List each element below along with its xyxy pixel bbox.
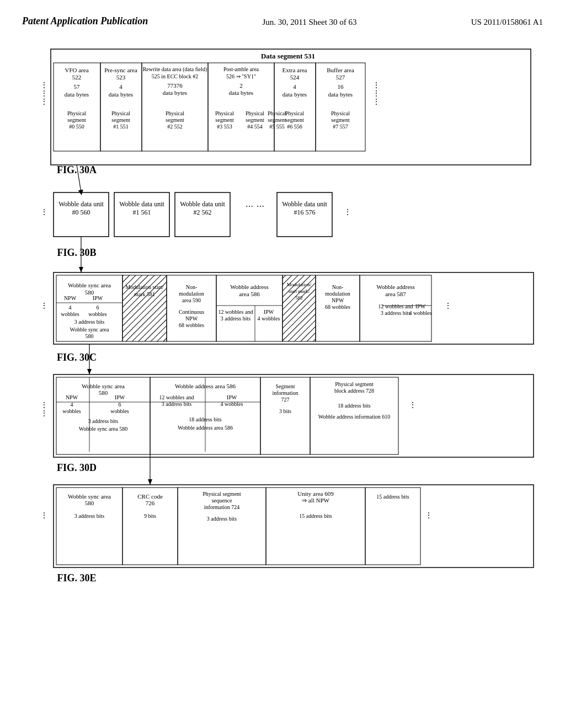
- svg-text:Rewrite data area (data field): Rewrite data area (data field): [143, 66, 207, 73]
- svg-text:Wobble data unit: Wobble data unit: [58, 200, 104, 208]
- svg-text:modulation: modulation: [179, 291, 204, 297]
- svg-text:580: 580: [99, 389, 108, 396]
- svg-text:#3 553: #3 553: [217, 124, 232, 130]
- svg-text:4 wobbles: 4 wobbles: [221, 401, 243, 407]
- svg-text:Wobble address area 586: Wobble address area 586: [178, 425, 233, 431]
- svg-text:⋮: ⋮: [40, 409, 48, 417]
- svg-text:3 address bits: 3 address bits: [221, 315, 251, 322]
- svg-text:#16 576: #16 576: [294, 208, 316, 216]
- svg-text:Continuous: Continuous: [179, 309, 204, 315]
- svg-text:#4 554: #4 554: [247, 124, 263, 130]
- svg-text:wobbles: wobbles: [62, 408, 81, 414]
- main-content: Data segment 531 VFO area 522 57 data by…: [0, 33, 565, 716]
- svg-text:#5 555: #5 555: [269, 124, 285, 130]
- svg-text:segment: segment: [246, 117, 264, 123]
- patent-diagram: Data segment 531 VFO area 522 57 data by…: [18, 44, 547, 705]
- svg-text:3 address bits: 3 address bits: [162, 401, 192, 407]
- svg-text:Physical: Physical: [111, 110, 130, 116]
- svg-text:FIG. 30C: FIG. 30C: [57, 352, 97, 363]
- svg-text:523: 523: [116, 74, 126, 81]
- svg-text:#2 552: #2 552: [167, 124, 183, 130]
- svg-text:FIG. 30E: FIG. 30E: [57, 572, 96, 584]
- svg-text:522: 522: [72, 74, 82, 81]
- svg-text:2: 2: [239, 82, 243, 89]
- publication-number: US 2011/0158061 A1: [471, 18, 543, 27]
- svg-rect-177: [54, 485, 534, 568]
- svg-text:Physical: Physical: [285, 110, 304, 116]
- svg-text:#0 550: #0 550: [69, 124, 84, 130]
- svg-text:⋮: ⋮: [425, 511, 433, 520]
- svg-text:525 in ECC block #2: 525 in ECC block #2: [152, 73, 198, 79]
- svg-text:Physical: Physical: [268, 110, 286, 116]
- svg-text:mark 581: mark 581: [134, 291, 155, 297]
- svg-text:data bytes: data bytes: [65, 91, 89, 98]
- svg-text:#2 562: #2 562: [194, 208, 212, 216]
- svg-text:Wobble data unit: Wobble data unit: [282, 200, 327, 208]
- svg-text:4: 4: [69, 304, 72, 311]
- svg-text:77376: 77376: [167, 82, 183, 89]
- svg-text:segment: segment: [67, 117, 86, 123]
- svg-text:IPW: IPW: [415, 303, 426, 309]
- svg-text:segment: segment: [215, 117, 234, 123]
- svg-text:IPW: IPW: [264, 309, 274, 315]
- svg-text:CRC code: CRC code: [137, 493, 163, 500]
- svg-text:⋮: ⋮: [372, 98, 380, 106]
- svg-text:Wobble address information 610: Wobble address information 610: [318, 414, 391, 420]
- publication-title: Patent Application Publication: [22, 15, 148, 27]
- svg-text:Data segment 531: Data segment 531: [261, 52, 315, 60]
- svg-text:3 address bits: 3 address bits: [207, 516, 237, 522]
- svg-text:IPW: IPW: [115, 394, 125, 400]
- svg-text:6: 6: [97, 304, 99, 311]
- svg-text:#0 560: #0 560: [72, 208, 90, 216]
- svg-text:726: 726: [146, 500, 155, 506]
- svg-text:⋮: ⋮: [40, 302, 48, 310]
- svg-text:⋮: ⋮: [40, 401, 48, 409]
- svg-text:Segment: Segment: [276, 383, 295, 389]
- svg-text:data bytes: data bytes: [163, 89, 187, 96]
- svg-text:Post-amble area: Post-amble area: [223, 66, 259, 72]
- svg-text:Physical segment: Physical segment: [202, 491, 241, 497]
- svg-text:3 bits: 3 bits: [279, 408, 291, 414]
- svg-text:68 wobbles: 68 wobbles: [325, 304, 350, 310]
- svg-text:12 wobbles and: 12 wobbles and: [218, 309, 253, 315]
- svg-text:Non-: Non-: [332, 284, 344, 290]
- svg-text:Physical segment: Physical segment: [335, 381, 374, 387]
- svg-text:Physical: Physical: [166, 110, 184, 116]
- svg-text:⋮: ⋮: [40, 511, 48, 520]
- svg-text:3 address bits: 3 address bits: [381, 310, 411, 316]
- svg-text:727: 727: [281, 397, 290, 403]
- svg-text:⇒ all NPW: ⇒ all NPW: [302, 497, 330, 504]
- svg-text:⋮: ⋮: [40, 89, 48, 98]
- svg-text:18 address bits: 18 address bits: [189, 416, 222, 422]
- svg-text:data bytes: data bytes: [229, 89, 253, 96]
- svg-text:data bytes: data bytes: [328, 91, 353, 98]
- svg-text:12 wobbles and: 12 wobbles and: [379, 303, 413, 309]
- svg-text:4: 4: [119, 83, 122, 90]
- svg-text:527: 527: [336, 74, 345, 81]
- svg-text:segment: segment: [331, 117, 350, 123]
- svg-text:Pre-sync area: Pre-sync area: [104, 67, 137, 73]
- svg-text:#1 561: #1 561: [133, 208, 151, 216]
- svg-text:580: 580: [86, 333, 94, 339]
- svg-text:⋮: ⋮: [444, 302, 452, 310]
- svg-text:Wobble data unit: Wobble data unit: [180, 200, 225, 208]
- svg-marker-175: [87, 369, 92, 374]
- svg-text:582: 582: [295, 295, 303, 301]
- svg-text:Physical: Physical: [331, 110, 350, 116]
- svg-text:#1 551: #1 551: [113, 124, 129, 130]
- svg-marker-200: [148, 479, 152, 485]
- svg-text:Extra area: Extra area: [282, 67, 307, 73]
- svg-text:NPW: NPW: [64, 295, 77, 301]
- svg-text:Wobble address: Wobble address: [376, 283, 415, 290]
- svg-text:segment: segment: [166, 117, 184, 123]
- svg-text:16: 16: [338, 83, 344, 90]
- svg-text:information: information: [272, 390, 298, 396]
- svg-text:Unity area 609: Unity area 609: [297, 490, 334, 497]
- svg-text:6: 6: [119, 402, 121, 408]
- svg-text:data bytes: data bytes: [109, 91, 133, 98]
- svg-text:Modulation/: Modulation/: [287, 282, 312, 287]
- svg-text:Wobble sync area: Wobble sync area: [68, 282, 111, 288]
- svg-text:15 address bits: 15 address bits: [376, 494, 409, 500]
- svg-text:⋯: ⋯: [246, 202, 253, 211]
- svg-marker-135: [79, 267, 83, 272]
